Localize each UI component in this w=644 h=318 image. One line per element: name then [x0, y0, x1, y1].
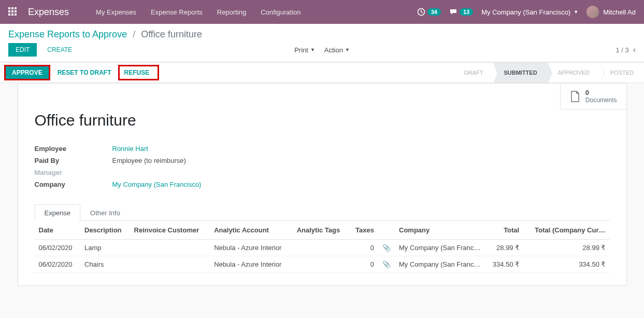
messages-badge: 13	[460, 8, 473, 16]
employee-value[interactable]: Ronnie Hart	[112, 145, 148, 153]
tab-expense[interactable]: Expense	[35, 204, 81, 221]
caret-down-icon: ▼	[310, 47, 315, 52]
record-title: Office furniture	[35, 112, 610, 129]
cell-reinvoice	[130, 240, 210, 256]
cell-taxes: 0	[349, 256, 378, 273]
paidby-label: Paid By	[35, 157, 112, 164]
nav-expense-reports[interactable]: Expense Reports	[145, 4, 209, 20]
paidby-value: Employee (to reimburse)	[112, 157, 186, 164]
top-nav: Expenses My Expenses Expense Reports Rep…	[0, 0, 644, 24]
nav-reporting[interactable]: Reporting	[211, 4, 252, 20]
cell-analytic-account: Nebula - Azure Interior	[210, 256, 292, 273]
brand-title: Expenses	[28, 7, 69, 18]
stage-posted[interactable]: Posted	[600, 63, 644, 82]
document-icon	[570, 90, 580, 103]
stage-approved[interactable]: Approved	[548, 63, 600, 82]
avatar	[586, 6, 599, 18]
company-name: My Company (San Francisco)	[481, 8, 570, 16]
company-label: Company	[35, 181, 112, 188]
print-label: Print	[294, 46, 308, 54]
pager-text: 1 / 3	[616, 46, 628, 54]
cell-analytic-account: Nebula - Azure Interior	[210, 240, 292, 256]
manager-label: Manager	[35, 169, 112, 176]
documents-button[interactable]: 0 Documents	[560, 84, 626, 109]
action-dropdown[interactable]: Action ▼	[324, 46, 350, 54]
activities-button[interactable]: 34	[417, 8, 441, 16]
user-menu[interactable]: Mitchell Ad	[586, 6, 636, 18]
pager-prev[interactable]: ‹	[633, 45, 636, 54]
company-selector[interactable]: My Company (San Francisco) ▼	[481, 8, 578, 16]
clock-icon	[417, 8, 425, 16]
cell-total: 28.99 ₹	[485, 240, 524, 256]
cell-company: My Company (San Franci…	[395, 256, 485, 273]
th-description[interactable]: Description	[80, 221, 130, 240]
th-taxes[interactable]: Taxes	[349, 221, 378, 240]
cell-total-company: 334.50 ₹	[523, 256, 609, 273]
cell-reinvoice	[130, 256, 210, 273]
edit-button[interactable]: Edit	[8, 43, 37, 57]
th-company[interactable]: Company	[395, 221, 485, 240]
reset-to-draft-button[interactable]: Reset to Draft	[51, 66, 118, 79]
breadcrumb: Expense Reports to Approve / Office furn…	[8, 29, 202, 40]
expense-lines-table: Date Description Reinvoice Customer Anal…	[35, 221, 610, 273]
stage-draft[interactable]: Draft	[454, 63, 494, 82]
create-button[interactable]: Create	[40, 43, 79, 57]
th-analytic-account[interactable]: Analytic Account	[210, 221, 292, 240]
employee-label: Employee	[35, 145, 112, 153]
breadcrumb-parent[interactable]: Expense Reports to Approve	[8, 29, 127, 39]
th-reinvoice[interactable]: Reinvoice Customer	[130, 221, 210, 240]
activities-badge: 34	[427, 8, 441, 16]
documents-label: Documents	[585, 96, 617, 104]
paperclip-icon: 📎	[382, 260, 391, 268]
nav-menu: My Expenses Expense Reports Reporting Co…	[90, 4, 307, 20]
cell-taxes: 0	[349, 240, 378, 256]
breadcrumb-separator: /	[133, 29, 135, 39]
cell-description: Chairs	[80, 256, 130, 273]
table-row[interactable]: 06/02/2020ChairsNebula - Azure Interior0…	[35, 256, 610, 273]
cell-attachment[interactable]: 📎	[378, 256, 395, 273]
approve-button[interactable]: Approve	[4, 65, 50, 80]
status-bar: Approve Reset to Draft Refuse Draft Subm…	[0, 62, 644, 83]
chat-icon	[449, 8, 457, 16]
company-value[interactable]: My Company (San Francisco)	[112, 181, 202, 188]
cell-date: 06/02/2020	[35, 240, 81, 256]
stage-submitted[interactable]: Submitted	[493, 63, 547, 82]
user-name: Mitchell Ad	[603, 8, 636, 16]
table-row[interactable]: 06/02/2020LampNebula - Azure Interior0📎M…	[35, 240, 610, 256]
form-sheet: 0 Documents Office furniture Employee Ro…	[18, 83, 627, 286]
tabs: Expense Other Info	[35, 204, 610, 221]
th-date[interactable]: Date	[35, 221, 81, 240]
control-panel: Expense Reports to Approve / Office furn…	[0, 24, 644, 62]
nav-my-expenses[interactable]: My Expenses	[90, 4, 142, 20]
cell-date: 06/02/2020	[35, 256, 81, 273]
nav-configuration[interactable]: Configuration	[254, 4, 307, 20]
cell-attachment[interactable]: 📎	[378, 240, 395, 256]
print-dropdown[interactable]: Print ▼	[294, 46, 315, 54]
cell-total: 334.50 ₹	[485, 256, 524, 273]
caret-down-icon: ▼	[345, 47, 350, 52]
paperclip-icon: 📎	[382, 244, 391, 252]
th-total[interactable]: Total	[485, 221, 524, 240]
th-total-company[interactable]: Total (Company Cur…	[523, 221, 609, 240]
status-stages: Draft Submitted Approved Posted	[454, 63, 644, 82]
tab-other-info[interactable]: Other Info	[80, 204, 130, 221]
cell-company: My Company (San Franci…	[395, 240, 485, 256]
cell-analytic-tags	[293, 240, 349, 256]
cell-analytic-tags	[293, 256, 349, 273]
action-label: Action	[324, 46, 343, 54]
caret-down-icon: ▼	[574, 9, 578, 15]
th-analytic-tags[interactable]: Analytic Tags	[293, 221, 349, 240]
documents-count: 0	[585, 89, 617, 96]
breadcrumb-current: Office furniture	[141, 29, 202, 39]
messages-button[interactable]: 13	[449, 8, 473, 16]
cell-description: Lamp	[80, 240, 130, 256]
th-attachment	[378, 221, 395, 240]
refuse-button[interactable]: Refuse	[118, 65, 159, 80]
pager: 1 / 3 ‹	[616, 45, 636, 54]
cell-total-company: 28.99 ₹	[523, 240, 609, 256]
apps-icon[interactable]	[8, 7, 18, 17]
